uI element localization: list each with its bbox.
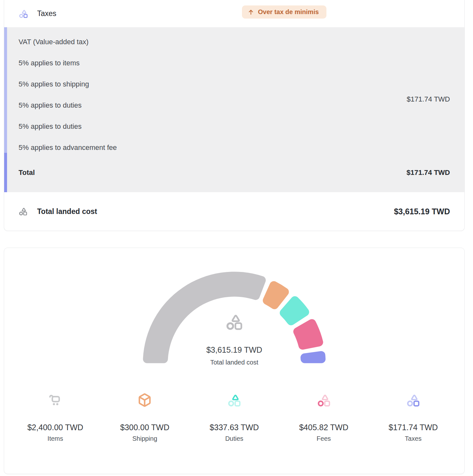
vat-total-row: Total $171.74 TWD — [4, 153, 464, 192]
vat-line: 5% applies to duties — [19, 101, 407, 110]
vat-line: 5% applies to duties — [19, 122, 407, 131]
cart-icon — [48, 394, 62, 406]
gauge-segment-shipping — [263, 281, 289, 309]
cost-breakdown-legend: $2,400.00 TWD Items $300.00 TWD Shipping — [4, 386, 464, 474]
landed-cost-chart-card: $3,615.19 TWD Total landed cost $2,400.0… — [4, 248, 465, 474]
fees-shapes-icon — [317, 394, 331, 406]
taxes-shapes-icon — [19, 9, 28, 18]
over-de-minimis-badge-label: Over tax de minimis — [258, 8, 319, 16]
vat-line: 5% applies to shipping — [19, 79, 407, 89]
vat-total-amount: $171.74 TWD — [406, 168, 450, 177]
taxes-value: $171.74 TWD — [368, 423, 458, 432]
duties-shapes-icon — [227, 394, 241, 406]
gauge-segment-items — [143, 272, 266, 363]
vat-lines: VAT (Value-added tax) 5% applies to item… — [19, 37, 407, 152]
vat-amount: $171.74 TWD — [407, 95, 450, 103]
stat-col-duties: $337.63 TWD Duties — [189, 393, 279, 442]
shipping-value: $300.00 TWD — [100, 423, 190, 432]
over-de-minimis-badge: Over tax de minimis — [242, 5, 326, 19]
stat-col-fees: $405.82 TWD Fees — [279, 393, 369, 442]
gauge-segment-taxes — [301, 351, 325, 363]
vat-line: 5% applies to items — [19, 58, 407, 68]
arrow-up-icon — [248, 9, 254, 15]
vat-total-label: Total — [19, 168, 35, 177]
package-icon — [138, 393, 152, 407]
fees-value: $405.82 TWD — [279, 423, 369, 432]
duties-label: Duties — [189, 435, 279, 442]
gauge-svg — [4, 248, 464, 365]
stat-col-shipping: $300.00 TWD Shipping — [100, 393, 190, 442]
taxes-label: Taxes — [368, 435, 458, 442]
fees-label: Fees — [279, 435, 369, 442]
stat-col-taxes: $171.74 TWD Taxes — [368, 393, 458, 442]
vat-breakdown-section: VAT (Value-added tax) 5% applies to item… — [4, 27, 464, 153]
vat-heading: VAT (Value-added tax) — [19, 37, 407, 47]
total-landed-row: Total landed cost $3,615.19 TWD — [4, 192, 464, 231]
stat-col-items: $2,400.00 TWD Items — [11, 393, 100, 442]
gauge-segment-fees — [293, 319, 323, 349]
total-landed-label: Total landed cost — [37, 207, 97, 216]
gauge-segment-duties — [280, 296, 309, 325]
taxes-col-shapes-icon — [406, 394, 420, 406]
duties-value: $337.63 TWD — [189, 423, 279, 432]
landed-cost-gauge: $3,615.19 TWD Total landed cost — [4, 248, 464, 386]
total-landed-shapes-icon — [19, 207, 28, 216]
taxes-card-header: Taxes Over tax de minimis — [4, 0, 464, 27]
vat-line: 5% applies to advancement fee — [19, 143, 407, 152]
items-label: Items — [11, 435, 100, 442]
shipping-label: Shipping — [100, 435, 190, 442]
items-value: $2,400.00 TWD — [11, 423, 100, 432]
total-landed-amount: $3,615.19 TWD — [394, 207, 450, 216]
landed-cost-page: Taxes Over tax de minimis VAT (Value-add… — [0, 0, 473, 476]
taxes-card: Taxes Over tax de minimis VAT (Value-add… — [4, 0, 465, 231]
taxes-card-title: Taxes — [37, 9, 56, 18]
